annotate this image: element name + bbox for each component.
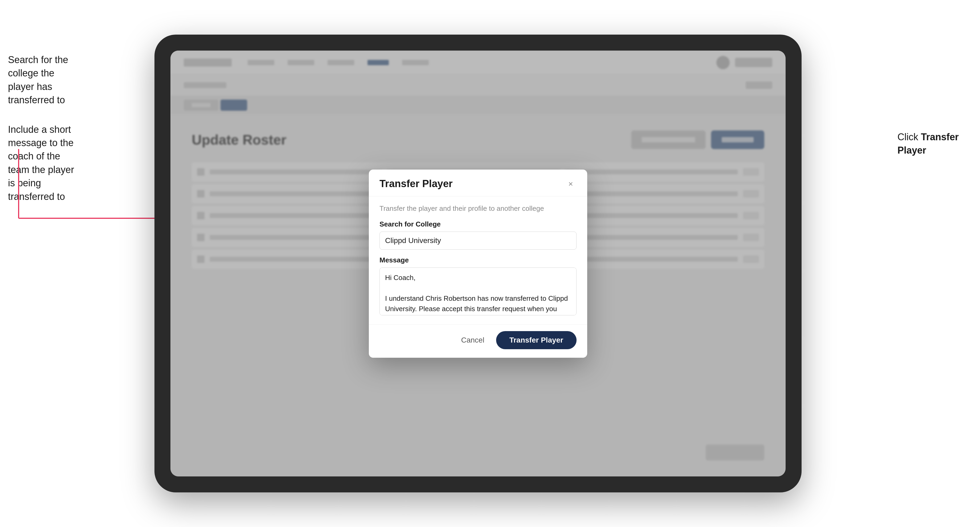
annotation-message-text: Include a short message to the coach of …: [8, 123, 80, 203]
message-textarea[interactable]: Hi Coach, I understand Chris Robertson h…: [379, 268, 577, 316]
cancel-button[interactable]: Cancel: [456, 336, 490, 344]
modal-overlay: Transfer Player × Transfer the player an…: [170, 51, 786, 476]
annotation-click-text: Click Transfer Player: [897, 130, 972, 157]
modal-body: Transfer the player and their profile to…: [369, 197, 587, 324]
modal-header: Transfer Player ×: [369, 170, 587, 197]
search-college-label: Search for College: [379, 220, 577, 229]
modal-close-button[interactable]: ×: [565, 178, 577, 190]
message-label: Message: [379, 256, 577, 264]
annotation-search-text: Search for the college the player has tr…: [8, 53, 80, 107]
tablet-device: Update Roster: [154, 35, 802, 492]
left-annotations: Search for the college the player has tr…: [8, 53, 80, 219]
search-college-input[interactable]: [379, 232, 577, 250]
tablet-screen: Update Roster: [170, 51, 786, 476]
right-annotation: Click Transfer Player: [897, 130, 972, 173]
transfer-player-modal: Transfer Player × Transfer the player an…: [369, 170, 587, 358]
transfer-player-button[interactable]: Transfer Player: [496, 331, 577, 349]
modal-footer: Cancel Transfer Player: [369, 324, 587, 358]
modal-title: Transfer Player: [379, 178, 453, 189]
modal-subtitle: Transfer the player and their profile to…: [379, 205, 577, 213]
